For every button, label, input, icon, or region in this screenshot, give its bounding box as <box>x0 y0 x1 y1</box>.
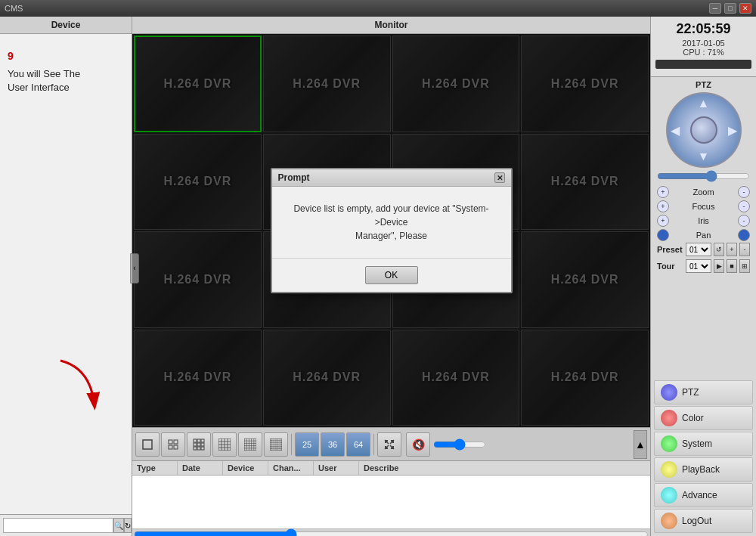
modal-message: Device list is empty, add your device at… <box>293 203 488 241</box>
modal-footer: OK <box>272 258 511 292</box>
layout-1x1-button[interactable] <box>135 432 160 457</box>
log-col-type: Type <box>132 461 178 475</box>
tour-row: Tour 0102 ▶ ■ ⊞ <box>654 258 753 274</box>
volume-slider[interactable] <box>433 442 486 448</box>
svg-rect-14 <box>201 447 204 450</box>
toolbar: 25 36 64 <box>132 427 650 460</box>
iris-minus-button[interactable]: - <box>738 215 750 227</box>
svg-rect-10 <box>197 443 200 446</box>
ptz-left-button[interactable]: ◀ <box>671 123 680 138</box>
modal-body: Device list is empty, add your device at… <box>272 187 511 258</box>
pan-left-button[interactable] <box>657 229 669 241</box>
svg-rect-8 <box>201 439 204 442</box>
ptz-label: PTZ <box>654 80 753 89</box>
svg-rect-11 <box>201 443 204 446</box>
pan-right-button[interactable] <box>738 229 750 241</box>
ptz-right-button[interactable]: ▶ <box>728 123 737 138</box>
layout-36-button[interactable]: 36 <box>321 432 345 457</box>
fullscreen-button[interactable] <box>377 432 401 457</box>
modal-ok-button[interactable]: OK <box>365 266 418 284</box>
ptz-down-button[interactable]: ▼ <box>698 150 710 163</box>
preset-select[interactable]: 010203 <box>686 243 711 256</box>
cpu-progress-bar <box>655 60 751 69</box>
zoom-label: Zoom <box>671 187 736 197</box>
main-layout: Device 9 You will See TheUser Interface <box>0 17 756 536</box>
tutorial-arrow <box>45 353 106 416</box>
maximize-button[interactable]: □ <box>724 3 736 14</box>
layout-2x2-button[interactable] <box>161 432 185 457</box>
modal-title-bar: Prompt ✕ <box>272 169 511 187</box>
playback-nav-button[interactable]: PlayBack <box>654 457 753 482</box>
log-col-date: Date <box>178 461 223 475</box>
app-title: CMS <box>5 4 23 13</box>
advance-nav-button[interactable]: Advance <box>654 483 753 507</box>
ptz-controls-rows: + Zoom - + Focus - + Iris - Pan <box>654 186 753 241</box>
refresh-button[interactable]: ↻ <box>124 518 132 533</box>
preset-btn-1[interactable]: ↺ <box>714 243 724 256</box>
svg-rect-53 <box>392 446 394 449</box>
horizontal-scrollbar[interactable] <box>132 528 650 536</box>
minimize-button[interactable]: ─ <box>709 3 721 14</box>
focus-minus-button[interactable]: - <box>738 200 750 212</box>
svg-rect-13 <box>197 447 200 450</box>
iris-control-row: + Iris - <box>657 215 750 227</box>
log-col-device: Device <box>223 461 268 475</box>
layout-5x5-button[interactable] <box>238 432 262 457</box>
preset-btn-2[interactable]: + <box>727 243 737 256</box>
h-scroll-slider[interactable] <box>134 531 649 537</box>
layout-25-button[interactable]: 25 <box>295 432 319 457</box>
logout-nav-button[interactable]: LogOut <box>654 509 753 533</box>
pan-control-row: Pan <box>657 229 750 241</box>
svg-rect-2 <box>169 440 172 444</box>
ptz-up-button[interactable]: ▲ <box>698 97 710 110</box>
system-nav-icon <box>661 435 677 452</box>
layout-6x6-button[interactable] <box>264 432 288 457</box>
log-col-chan: Chan... <box>268 461 314 475</box>
svg-rect-5 <box>174 445 178 449</box>
scroll-up-button[interactable]: ▲ <box>634 430 647 459</box>
mute-button[interactable]: 🔇 <box>406 432 430 457</box>
color-nav-label: Color <box>682 413 704 423</box>
layout-3x3-button[interactable] <box>187 432 211 457</box>
tutorial-step: 9 <box>8 49 124 64</box>
sidebar: Device 9 You will See TheUser Interface <box>0 17 132 536</box>
tour-stop-button[interactable]: ■ <box>727 259 737 273</box>
logout-nav-label: LogOut <box>682 516 711 526</box>
date-display: 2017-01-05 <box>655 39 751 48</box>
toolbar-divider-1 <box>291 434 292 455</box>
iris-plus-button[interactable]: + <box>657 215 669 227</box>
svg-rect-30 <box>244 438 256 451</box>
svg-rect-51 <box>385 446 386 449</box>
ptz-section: PTZ ▲ ▼ ◀ ▶ + Zoom - <box>651 77 756 277</box>
logout-nav-icon <box>661 513 677 529</box>
zoom-plus-button[interactable]: + <box>657 186 669 198</box>
ptz-nav-button[interactable]: PTZ <box>654 380 753 404</box>
tour-select[interactable]: 0102 <box>686 259 711 273</box>
log-scroll-area[interactable] <box>132 476 650 528</box>
cpu-display: CPU : 71% <box>655 48 751 57</box>
ptz-circle[interactable]: ▲ ▼ ◀ ▶ <box>666 92 742 168</box>
svg-rect-12 <box>194 447 197 450</box>
close-button[interactable]: ✕ <box>739 3 751 14</box>
zoom-minus-button[interactable]: - <box>738 186 750 198</box>
playback-nav-icon <box>661 461 677 478</box>
tour-grid-button[interactable]: ⊞ <box>739 259 750 273</box>
ptz-nav-label: PTZ <box>682 387 699 398</box>
layout-64-button[interactable]: 64 <box>346 432 370 457</box>
layout-4x4-button[interactable] <box>212 432 237 457</box>
tour-play-button[interactable]: ▶ <box>714 259 724 273</box>
focus-plus-button[interactable]: + <box>657 200 669 212</box>
title-bar: CMS ─ □ ✕ <box>0 0 756 17</box>
modal-close-button[interactable]: ✕ <box>494 172 505 183</box>
ptz-control: ▲ ▼ ◀ ▶ <box>666 92 742 168</box>
focus-control-row: + Focus - <box>657 200 750 212</box>
color-nav-button[interactable]: Color <box>654 406 753 430</box>
pan-label: Pan <box>671 231 736 240</box>
search-button[interactable]: 🔍 <box>113 518 124 533</box>
tutorial-message: You will See TheUser Interface <box>8 67 124 94</box>
preset-btn-3[interactable]: - <box>739 243 750 256</box>
search-input[interactable] <box>3 518 113 533</box>
system-nav-button[interactable]: System <box>654 432 753 456</box>
ptz-speed-slider[interactable] <box>657 173 750 179</box>
system-nav-label: System <box>682 438 712 449</box>
